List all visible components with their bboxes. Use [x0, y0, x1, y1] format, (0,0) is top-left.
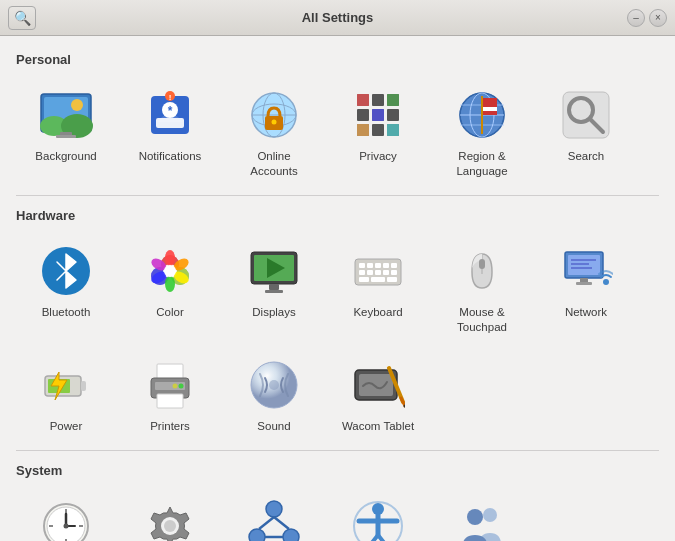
details-item[interactable]: Details: [120, 488, 220, 541]
window-title: All Settings: [302, 10, 374, 25]
notifications-label: Notifications: [139, 149, 202, 164]
svg-rect-72: [359, 270, 365, 275]
svg-point-118: [249, 529, 265, 541]
printers-item[interactable]: Printers: [120, 347, 220, 442]
svg-rect-26: [372, 124, 384, 136]
universal-access-item[interactable]: UniversalAccess: [328, 488, 428, 541]
settings-content: Personal Background: [0, 36, 675, 541]
search-label: Search: [568, 149, 604, 164]
svg-line-121: [274, 517, 289, 529]
svg-rect-41: [483, 107, 497, 111]
svg-rect-24: [387, 109, 399, 121]
power-item[interactable]: Power: [16, 347, 116, 442]
svg-point-114: [64, 523, 69, 528]
svg-rect-40: [483, 98, 497, 107]
keyboard-label: Keyboard: [353, 305, 402, 320]
svg-rect-6: [56, 135, 76, 138]
keyboard-item[interactable]: Keyboard: [328, 233, 428, 343]
svg-rect-91: [81, 381, 86, 391]
personal-section: Background * ! Notifications: [16, 77, 659, 187]
svg-rect-76: [391, 270, 397, 275]
svg-rect-78: [371, 277, 385, 282]
mouse-touchpad-icon: [454, 243, 510, 299]
users-item[interactable]: Users: [432, 488, 532, 541]
svg-point-130: [467, 509, 483, 525]
svg-point-98: [173, 383, 178, 388]
sharing-item[interactable]: Sharing: [224, 488, 324, 541]
svg-rect-10: [156, 118, 184, 128]
svg-rect-81: [479, 259, 485, 269]
close-button[interactable]: ×: [649, 9, 667, 27]
color-icon: [142, 243, 198, 299]
svg-rect-71: [391, 263, 397, 268]
system-section: Date & Time Details: [16, 488, 659, 541]
svg-rect-20: [372, 94, 384, 106]
hardware-system-divider: [16, 450, 659, 451]
wacom-tablet-item[interactable]: Wacom Tablet: [328, 347, 428, 442]
printers-label: Printers: [150, 419, 190, 434]
svg-rect-85: [576, 282, 592, 285]
network-item[interactable]: Network: [536, 233, 636, 343]
online-accounts-icon: [246, 87, 302, 143]
personal-section-label: Personal: [16, 52, 659, 67]
svg-rect-42: [483, 111, 497, 115]
wacom-tablet-label: Wacom Tablet: [342, 419, 414, 434]
region-language-icon: [454, 87, 510, 143]
search-icon: [558, 87, 614, 143]
notifications-item[interactable]: * ! Notifications: [120, 77, 220, 187]
users-icon: [454, 498, 510, 541]
date-time-icon: [38, 498, 94, 541]
wacom-tablet-icon: [350, 357, 406, 413]
details-icon: [142, 498, 198, 541]
displays-icon: [246, 243, 302, 299]
hardware-section-label: Hardware: [16, 208, 659, 223]
mouse-touchpad-label: Mouse &Touchpad: [457, 305, 507, 335]
sharing-icon: [246, 498, 302, 541]
svg-rect-75: [383, 270, 389, 275]
online-accounts-item[interactable]: OnlineAccounts: [224, 77, 324, 187]
svg-rect-79: [387, 277, 397, 282]
universal-access-icon: [350, 498, 406, 541]
svg-rect-28: [357, 94, 369, 106]
minimize-button[interactable]: –: [627, 9, 645, 27]
displays-item[interactable]: Displays: [224, 233, 324, 343]
svg-rect-30: [372, 109, 384, 121]
bluetooth-icon: [38, 243, 94, 299]
privacy-item[interactable]: Privacy: [328, 77, 428, 187]
mouse-touchpad-item[interactable]: Mouse &Touchpad: [432, 233, 532, 343]
search-item[interactable]: Search: [536, 77, 636, 187]
background-icon: [38, 87, 94, 143]
search-button[interactable]: 🔍: [8, 6, 36, 30]
svg-rect-31: [357, 124, 369, 136]
svg-rect-74: [375, 270, 381, 275]
svg-point-54: [165, 250, 175, 266]
svg-rect-69: [375, 263, 381, 268]
svg-point-4: [71, 99, 83, 111]
privacy-icon: [350, 87, 406, 143]
sound-icon: [246, 357, 302, 413]
bluetooth-item[interactable]: Bluetooth: [16, 233, 116, 343]
svg-rect-22: [357, 109, 369, 121]
hardware-section: Bluetooth: [16, 233, 659, 442]
keyboard-icon: [350, 243, 406, 299]
date-time-item[interactable]: Date & Time: [16, 488, 116, 541]
svg-rect-77: [359, 277, 369, 282]
svg-rect-68: [367, 263, 373, 268]
svg-line-120: [259, 517, 274, 529]
region-language-item[interactable]: Region &Language: [432, 77, 532, 187]
color-item[interactable]: Color: [120, 233, 220, 343]
privacy-label: Privacy: [359, 149, 397, 164]
background-item[interactable]: Background: [16, 77, 116, 187]
sound-item[interactable]: Sound: [224, 347, 324, 442]
region-language-label: Region &Language: [456, 149, 507, 179]
svg-point-117: [266, 501, 282, 517]
svg-line-127: [378, 535, 389, 541]
svg-point-86: [603, 279, 609, 285]
svg-point-129: [483, 508, 497, 522]
svg-rect-65: [265, 290, 283, 293]
background-label: Background: [35, 149, 96, 164]
svg-point-57: [165, 276, 175, 292]
svg-point-97: [179, 383, 184, 388]
svg-rect-96: [157, 394, 183, 408]
displays-label: Displays: [252, 305, 295, 320]
